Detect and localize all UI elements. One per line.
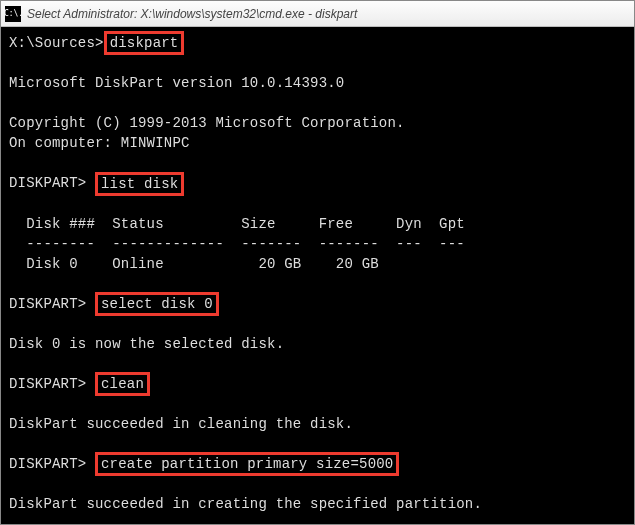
msg-selected: Disk 0 is now the selected disk. (9, 336, 284, 352)
cmd-select-disk: select disk 0 (95, 292, 219, 316)
computer-line: On computer: MINWINPC (9, 135, 190, 151)
window-titlebar: C:\. Select Administrator: X:\windows\sy… (1, 1, 634, 27)
cmd-list-disk: list disk (95, 172, 184, 196)
cmd-clean: clean (95, 372, 150, 396)
diskpart-prompt: DISKPART> (9, 456, 95, 472)
cmd-create-partition: create partition primary size=5000 (95, 452, 399, 476)
copyright-line: Copyright (C) 1999-2013 Microsoft Corpor… (9, 115, 405, 131)
msg-create: DiskPart succeeded in creating the speci… (9, 496, 482, 512)
cmd-diskpart: diskpart (104, 31, 185, 55)
window-title: Select Administrator: X:\windows\system3… (27, 7, 357, 21)
version-line: Microsoft DiskPart version 10.0.14393.0 (9, 75, 344, 91)
disk-table-row: Disk 0 Online 20 GB 20 GB (9, 256, 379, 272)
diskpart-prompt: DISKPART> (9, 175, 95, 191)
disk-table-header: Disk ### Status Size Free Dyn Gpt (9, 216, 465, 232)
terminal-viewport[interactable]: X:\Sources>diskpart Microsoft DiskPart v… (1, 27, 634, 525)
disk-table-divider: -------- ------------- ------- ------- -… (9, 236, 465, 252)
diskpart-prompt: DISKPART> (9, 376, 95, 392)
prompt-sources: X:\Sources> (9, 35, 104, 51)
diskpart-prompt: DISKPART> (9, 296, 95, 312)
cmd-icon: C:\. (5, 6, 21, 22)
msg-clean: DiskPart succeeded in cleaning the disk. (9, 416, 353, 432)
